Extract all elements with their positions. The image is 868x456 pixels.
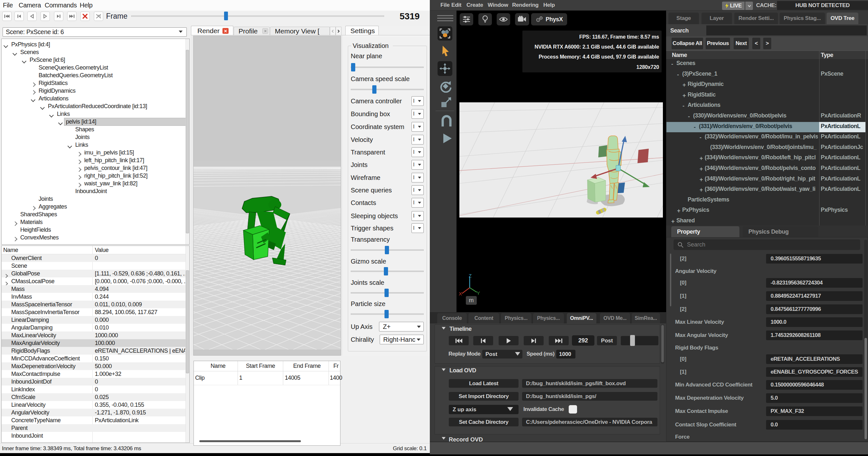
svg-text:X: X [459,291,462,296]
svg-text:Y: Y [477,290,480,296]
svg-text:Z: Z [469,274,472,278]
